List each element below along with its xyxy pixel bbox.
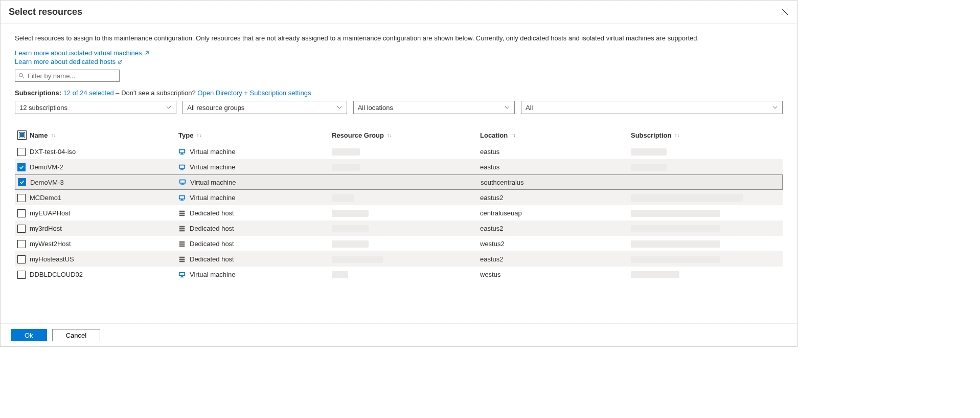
dropdown-label: 12 subscriptions [19, 104, 67, 112]
cell-type: Virtual machine [179, 179, 332, 186]
cell-subscription [631, 164, 779, 171]
table-row[interactable]: my3rdHostDedicated hosteastus2 [15, 221, 783, 236]
cancel-button[interactable]: Cancel [52, 329, 100, 341]
svg-rect-7 [180, 165, 185, 167]
cell-subscription [631, 194, 779, 202]
all-dropdown[interactable]: All [521, 101, 783, 114]
close-button[interactable] [778, 5, 792, 19]
subscription-status-line: Subscriptions: 12 of 24 selected – Don't… [15, 89, 783, 97]
redacted-value [631, 225, 720, 232]
cell-type: Dedicated host [178, 255, 332, 263]
row-checkbox[interactable] [17, 163, 26, 171]
resource-type: Dedicated host [190, 225, 234, 232]
resource-name: DXT-test-04-iso [30, 148, 76, 156]
row-checkbox[interactable] [17, 271, 26, 279]
resource-location: southcentralus [481, 179, 524, 186]
redacted-value [332, 194, 354, 202]
resource-name: MCDemo1 [30, 194, 61, 202]
filter-input[interactable] [25, 72, 116, 80]
filter-input-wrap[interactable] [15, 70, 120, 82]
external-link-icon [118, 59, 123, 64]
svg-line-1 [22, 77, 24, 78]
svg-rect-3 [180, 150, 185, 152]
cell-subscription [631, 210, 779, 217]
locations-dropdown[interactable]: All locations [353, 101, 515, 114]
intro-text: Select resources to assign to this maint… [15, 34, 783, 43]
column-header-location[interactable]: Location ↑↓ [480, 131, 631, 139]
cell-type: Dedicated host [178, 240, 332, 248]
table-row[interactable]: DemoVM-3Virtual machinesouthcentralus [15, 174, 783, 190]
row-checkbox[interactable] [17, 209, 26, 217]
resource-location: eastus2 [480, 194, 504, 202]
vm-icon [178, 148, 186, 156]
cell-location: centraluseuap [480, 209, 631, 217]
vm-icon [178, 164, 186, 171]
subscriptions-selected-link[interactable]: 12 of 24 selected [63, 89, 114, 97]
table-body: DXT-test-04-isoVirtual machineeastusDemo… [15, 144, 783, 282]
row-checkbox[interactable] [17, 225, 26, 233]
subscriptions-dropdown[interactable]: 12 subscriptions [15, 101, 176, 114]
resource-type: Virtual machine [190, 163, 235, 171]
redacted-value [631, 148, 667, 156]
learn-dedicated-hosts-link[interactable]: Learn more about dedicated hosts [15, 58, 123, 65]
sort-icon: ↑↓ [387, 133, 392, 138]
cell-location: westus2 [480, 240, 631, 248]
subscriptions-dash: – Don't see a subscription? [116, 89, 197, 97]
search-icon [18, 73, 25, 79]
table-row[interactable]: DDBLDCLOUD02Virtual machinewestus [15, 267, 783, 282]
resource-name: DDBLDCLOUD02 [30, 271, 83, 278]
redacted-value [631, 179, 667, 186]
column-header-type[interactable]: Type ↑↓ [178, 131, 332, 139]
chevron-down-icon [336, 104, 343, 111]
host-icon [178, 210, 186, 217]
row-checkbox[interactable] [17, 255, 26, 263]
cell-resource-group [332, 271, 480, 278]
table-row[interactable]: myWest2HostDedicated hostwestus2 [15, 236, 783, 251]
column-header-resource-group[interactable]: Resource Group ↑↓ [332, 131, 480, 139]
cell-name: my3rdHost [15, 225, 178, 233]
svg-rect-20 [179, 214, 185, 216]
column-header-subscription[interactable]: Subscription ↑↓ [631, 131, 779, 139]
close-icon [781, 8, 788, 15]
svg-rect-13 [181, 185, 185, 185]
chevron-down-icon [504, 104, 510, 111]
svg-rect-11 [180, 181, 185, 183]
resource-location: eastus2 [480, 225, 504, 232]
resource-location: eastus [480, 163, 499, 171]
cell-resource-group [332, 194, 480, 202]
cell-subscription [631, 271, 779, 278]
cell-location: westus [480, 271, 631, 278]
ok-button[interactable]: Ok [11, 329, 47, 341]
cell-name: myEUAPHost [15, 209, 178, 217]
select-resources-panel: Select resources Select resources to ass… [0, 0, 797, 347]
cell-location: eastus2 [480, 194, 631, 202]
row-checkbox[interactable] [17, 240, 26, 248]
cell-resource-group [332, 240, 480, 248]
directory-settings-link[interactable]: Open Directory + Subscription settings [197, 89, 311, 97]
host-icon [178, 240, 186, 248]
table-row[interactable]: myHosteastUSDedicated hosteastus2 [15, 251, 783, 267]
row-checkbox[interactable] [17, 148, 26, 156]
learn-links: Learn more about isolated virtual machin… [15, 49, 783, 67]
select-all-checkbox[interactable] [17, 130, 27, 140]
redacted-value [631, 210, 720, 217]
sort-icon: ↑↓ [674, 133, 679, 138]
cell-subscription [631, 148, 779, 156]
table-row[interactable]: MCDemo1Virtual machineeastus2 [15, 190, 783, 205]
table-row[interactable]: myEUAPHostDedicated hostcentraluseuap [15, 205, 783, 221]
learn-isolated-vm-link[interactable]: Learn more about isolated virtual machin… [15, 49, 149, 57]
cell-name: MCDemo1 [15, 194, 178, 202]
table-row[interactable]: DXT-test-04-isoVirtual machineeastus [15, 144, 783, 159]
resource-groups-dropdown[interactable]: All resource groups [183, 101, 347, 114]
panel-body: Select resources to assign to this maint… [1, 24, 797, 323]
cell-resource-group [332, 164, 480, 171]
table-row[interactable]: DemoVM-2Virtual machineeastus [15, 159, 783, 174]
row-checkbox[interactable] [17, 194, 26, 202]
link-text: Learn more about dedicated hosts [15, 58, 116, 65]
column-label: Location [480, 131, 508, 139]
svg-rect-5 [180, 154, 184, 155]
row-checkbox[interactable] [18, 178, 26, 186]
column-header-name[interactable]: Name ↑↓ [15, 130, 178, 140]
cell-subscription [631, 256, 779, 263]
column-label: Subscription [631, 131, 671, 139]
